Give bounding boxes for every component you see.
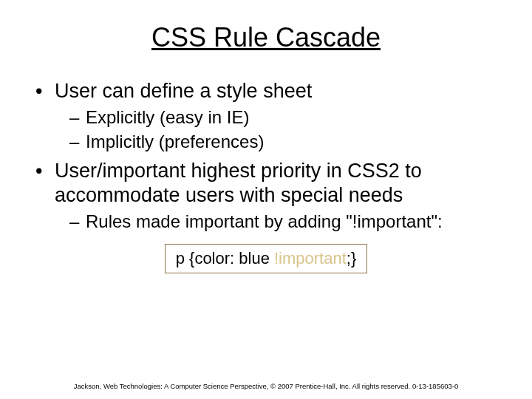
slide-title: CSS Rule Cascade	[22, 22, 510, 53]
code-pre: p {color: blue	[176, 249, 274, 267]
sub-bullet-text: Explicitly (easy in IE)	[86, 107, 249, 127]
bullet-item-2: User/important highest priority in CSS2 …	[35, 159, 510, 233]
sub-bullet-list: Rules made important by adding "!importa…	[55, 211, 510, 233]
bullet-item-1: User can define a style sheet Explicitly…	[35, 79, 510, 153]
code-example: p {color: blue !important;}	[165, 244, 368, 273]
sub-bullet-item: Implicitly (preferences)	[69, 131, 510, 154]
slide-container: CSS Rule Cascade User can define a style…	[0, 0, 532, 273]
sub-bullet-text: Implicitly (preferences)	[86, 132, 264, 151]
sub-bullet-item: Rules made important by adding "!importa…	[69, 211, 510, 233]
bullet-list: User can define a style sheet Explicitly…	[22, 79, 510, 233]
sub-bullet-list: Explicitly (easy in IE) Implicitly (pref…	[55, 106, 510, 153]
sub-bullet-text: Rules made important by adding "!importa…	[86, 211, 443, 231]
code-highlight: !important	[274, 249, 347, 267]
footer-citation: Jackson, Web Technologies: A Computer Sc…	[0, 382, 532, 390]
bullet-text: User/important highest priority in CSS2 …	[55, 160, 422, 206]
bullet-text: User can define a style sheet	[55, 80, 312, 102]
sub-bullet-item: Explicitly (easy in IE)	[69, 106, 510, 129]
code-post: ;}	[347, 249, 356, 267]
